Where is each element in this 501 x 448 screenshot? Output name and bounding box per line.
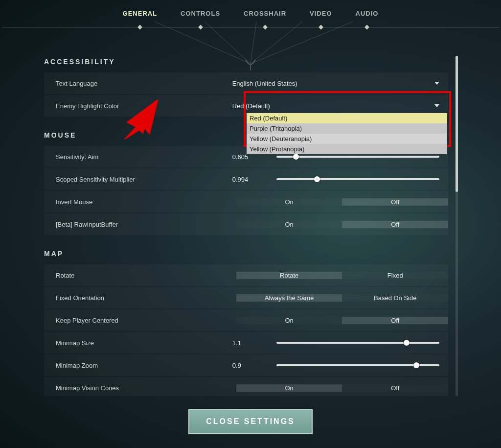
toggle-option-based-side[interactable]: Based On Side: [342, 294, 448, 302]
toggle-fixed-orientation: Always the Same Based On Side: [236, 287, 448, 308]
section-accessibility: ACCESSIBILITY: [44, 58, 448, 66]
row-rotate: Rotate Rotate Fixed: [44, 264, 448, 286]
tab-marker-icon: [319, 25, 323, 30]
option-red-default[interactable]: Red (Default): [247, 113, 447, 123]
label-rawinput: [Beta] RawInputBuffer: [56, 221, 236, 228]
toggle-rotate: Rotate Fixed: [236, 264, 448, 286]
dropdown-value: English (United States): [232, 80, 297, 87]
toggle-option-off[interactable]: Off: [342, 384, 448, 392]
caret-down-icon: [434, 82, 439, 85]
toggle-vision-cones: On Off: [236, 377, 448, 396]
row-minimap-size: Minimap Size 1.1: [44, 332, 448, 354]
row-keep-centered: Keep Player Centered On Off: [44, 309, 448, 331]
toggle-option-always-same[interactable]: Always the Same: [236, 294, 342, 302]
row-rawinput: [Beta] RawInputBuffer On Off: [44, 213, 448, 235]
tab-crosshair[interactable]: CROSSHAIR: [244, 10, 286, 27]
toggle-keep-centered: On Off: [236, 309, 448, 331]
toggle-option-on[interactable]: On: [236, 198, 342, 206]
slider-minimap-zoom[interactable]: [276, 364, 439, 366]
tab-marker-icon: [198, 25, 203, 30]
tab-marker-icon: [263, 25, 268, 30]
settings-panel: ACCESSIBILITY Text Language English (Uni…: [44, 49, 457, 396]
toggle-rawinput: On Off: [236, 213, 448, 235]
label-fixed-orientation: Fixed Orientation: [56, 294, 236, 302]
toggle-option-off[interactable]: Off: [342, 317, 448, 324]
scrollbar[interactable]: [455, 56, 458, 396]
option-purple-tritanopia[interactable]: Purple (Tritanopia): [247, 123, 447, 134]
toggle-option-on[interactable]: On: [236, 384, 342, 392]
slider-sensitivity[interactable]: [276, 156, 439, 158]
caret-down-icon: [434, 104, 439, 107]
toggle-option-rotate[interactable]: Rotate: [236, 272, 342, 279]
label-invert-mouse: Invert Mouse: [56, 198, 236, 206]
label-minimap-zoom: Minimap Zoom: [56, 362, 232, 369]
row-fixed-orientation: Fixed Orientation Always the Same Based …: [44, 287, 448, 308]
row-minimap-zoom: Minimap Zoom 0.9: [44, 354, 448, 376]
row-vision-cones: Minimap Vision Cones On Off: [44, 377, 448, 396]
settings-tabs: GENERAL CONTROLS CROSSHAIR VIDEO AUDIO: [0, 0, 501, 27]
label-keep-centered: Keep Player Centered: [56, 317, 236, 324]
option-yellow-protanopia[interactable]: Yellow (Protanopia): [247, 144, 447, 154]
row-invert-mouse: Invert Mouse On Off: [44, 191, 448, 212]
tab-general[interactable]: GENERAL: [123, 10, 158, 27]
toggle-option-off[interactable]: Off: [342, 221, 448, 228]
label-minimap-size: Minimap Size: [56, 339, 232, 347]
value-scoped-sens: 0.994: [232, 176, 276, 183]
label-text-language: Text Language: [56, 80, 232, 87]
toggle-option-on[interactable]: On: [236, 221, 342, 228]
tab-marker-icon: [364, 25, 369, 30]
dropdown-text-language[interactable]: English (United States): [232, 80, 439, 87]
row-text-language: Text Language English (United States): [44, 72, 448, 94]
dropdown-enemy-highlight[interactable]: Red (Default): [232, 102, 439, 110]
tab-audio[interactable]: AUDIO: [356, 10, 379, 27]
close-settings-button[interactable]: CLOSE SETTINGS: [188, 409, 313, 434]
close-settings-label: CLOSE SETTINGS: [206, 417, 295, 426]
row-scoped-sens: Scoped Sensitivity Multiplier 0.994: [44, 168, 448, 190]
option-yellow-deuteranopia[interactable]: Yellow (Deuteranopia): [247, 134, 447, 144]
dropdown-value: Red (Default): [232, 102, 270, 110]
value-minimap-size: 1.1: [232, 339, 276, 347]
enemy-highlight-option-list: Red (Default) Purple (Tritanopia) Yellow…: [247, 113, 447, 154]
toggle-option-fixed[interactable]: Fixed: [342, 272, 448, 279]
tab-video[interactable]: VIDEO: [310, 10, 332, 27]
label-vision-cones: Minimap Vision Cones: [56, 384, 236, 392]
label-sensitivity: Sensitivity: Aim: [56, 153, 232, 161]
value-minimap-zoom: 0.9: [232, 362, 276, 369]
slider-scoped-sens[interactable]: [276, 178, 439, 180]
toggle-option-on[interactable]: On: [236, 317, 342, 324]
label-rotate: Rotate: [56, 272, 236, 279]
toggle-option-off[interactable]: Off: [342, 198, 448, 206]
section-map: MAP: [44, 250, 448, 258]
toggle-invert-mouse: On Off: [236, 191, 448, 212]
label-scoped-sens: Scoped Sensitivity Multiplier: [56, 176, 232, 183]
annotation-arrow-icon: [120, 97, 164, 141]
tab-underline: [2, 27, 499, 27]
tab-marker-icon: [137, 25, 142, 30]
scrollbar-thumb[interactable]: [455, 56, 458, 192]
slider-minimap-size[interactable]: [276, 342, 439, 344]
tab-controls[interactable]: CONTROLS: [181, 10, 220, 27]
